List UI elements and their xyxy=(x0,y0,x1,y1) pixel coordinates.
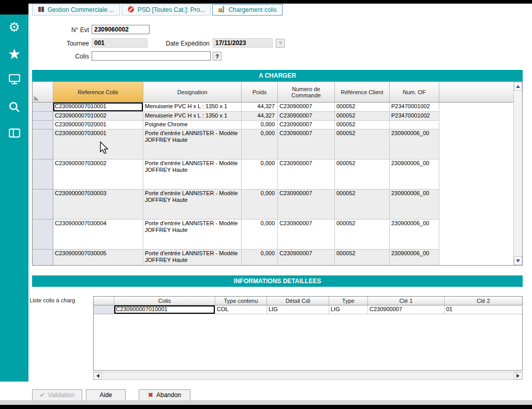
header-detail-cdi[interactable]: Détail Cdi xyxy=(267,297,329,305)
select-all-corner[interactable] xyxy=(33,82,53,103)
nevt-field[interactable]: 2309060002 xyxy=(92,25,150,34)
cell-commande[interactable]: C230900007 xyxy=(278,189,335,220)
cell-reference-colis[interactable]: C230900007030005 xyxy=(53,250,143,265)
header-cle1[interactable]: Clé 1 xyxy=(368,297,445,305)
cell-commande[interactable]: C230900007 xyxy=(278,112,335,121)
cell-commande[interactable]: C230900007 xyxy=(278,103,335,112)
scroll-up-button[interactable] xyxy=(514,82,522,91)
sidebar-item-favorites[interactable]: ★ xyxy=(0,46,28,63)
cell-client[interactable]: 000052 xyxy=(335,103,390,112)
cell-detail-cdi[interactable]: LIG xyxy=(267,305,329,314)
cell-num-of[interactable]: 230900006_00 xyxy=(390,220,439,250)
abandon-button[interactable]: ✖ Abandon xyxy=(139,389,190,401)
sidebar-item-browse[interactable] xyxy=(0,126,28,142)
cell-poids[interactable]: 0,000 xyxy=(242,159,278,189)
cell-reference-colis[interactable]: C230900007010001 xyxy=(53,103,143,112)
scroll-down-button[interactable] xyxy=(514,256,522,265)
cell-reference-colis[interactable]: C230900007030001 xyxy=(53,129,143,159)
header-numero-commande[interactable]: Numero de Commande xyxy=(278,82,335,103)
cell-commande[interactable]: C230900007 xyxy=(278,220,335,250)
date-expedition-field[interactable]: 17/11/2023 xyxy=(213,38,273,48)
cell-client[interactable]: 000052 xyxy=(335,129,390,159)
cell-client[interactable]: 000052 xyxy=(335,121,390,129)
cell-num-of[interactable]: P23470001002 xyxy=(390,103,439,112)
tab-psd[interactable]: PSD [Toutes Cat.]: Pro... xyxy=(122,4,211,16)
cell-reference-colis[interactable]: C230900007020001 xyxy=(53,121,143,129)
details-select-all[interactable] xyxy=(94,297,114,305)
cell-reference-colis[interactable]: C230900007030003 xyxy=(53,189,143,220)
row-selector[interactable] xyxy=(33,250,53,265)
cell-num-of[interactable]: 230900006_00 xyxy=(390,250,439,265)
cell-colis[interactable]: C230900007010001 xyxy=(114,305,215,314)
cell-poids[interactable]: 44,327 xyxy=(242,112,278,121)
cell-type[interactable]: LIG xyxy=(329,305,368,314)
aide-button[interactable]: Aide xyxy=(86,389,126,401)
row-selector[interactable] xyxy=(94,305,114,314)
cell-poids[interactable]: 0,000 xyxy=(242,220,278,250)
cell-type-contenu[interactable]: COL xyxy=(215,305,267,314)
cell-client[interactable]: 000052 xyxy=(335,250,390,265)
row-selector[interactable] xyxy=(33,129,53,159)
cell-num-of[interactable]: 230900006_00 xyxy=(390,189,439,220)
row-selector[interactable] xyxy=(33,103,53,112)
cell-designation[interactable]: Poignée Chrome xyxy=(143,121,242,129)
cell-poids[interactable]: 44,327 xyxy=(242,103,278,112)
date-help-button[interactable]: ? xyxy=(276,39,285,48)
cell-poids[interactable]: 0,000 xyxy=(242,129,278,159)
header-colis[interactable]: Colis xyxy=(114,297,215,305)
cell-poids[interactable]: 0,000 xyxy=(242,189,278,220)
cell-num-of[interactable]: 230900006_00 xyxy=(390,159,439,189)
header-type[interactable]: Type xyxy=(329,297,368,305)
cell-designation[interactable]: Porte d'entrée LANNISTER - Modèle JOFFRE… xyxy=(143,250,242,265)
cell-num-of[interactable]: 230900006_00 xyxy=(390,129,439,159)
cell-num-of[interactable] xyxy=(390,121,439,129)
header-designation[interactable]: Designation xyxy=(143,82,242,103)
sidebar-item-search[interactable] xyxy=(0,100,28,116)
cell-cle1[interactable]: C230900007 xyxy=(368,305,445,314)
sidebar-item-settings[interactable]: ⚙ xyxy=(0,19,28,35)
vertical-scrollbar[interactable] xyxy=(513,82,522,265)
cell-client[interactable]: 000052 xyxy=(335,220,390,250)
cell-commande[interactable]: C230900007 xyxy=(278,129,335,159)
cell-commande[interactable]: C230900007 xyxy=(278,159,335,189)
cell-poids[interactable]: 0,000 xyxy=(242,250,278,265)
cell-designation[interactable]: Porte d'entrée LANNISTER - Modèle JOFFRE… xyxy=(143,220,242,250)
header-num-of[interactable]: Num. OF xyxy=(390,82,439,103)
scroll-right-button[interactable] xyxy=(514,372,522,379)
cell-designation[interactable]: Porte d'entrée LANNISTER - Modèle JOFFRE… xyxy=(143,189,242,220)
header-reference-client[interactable]: Référence Client xyxy=(335,82,390,103)
row-selector[interactable] xyxy=(33,112,53,121)
row-selector[interactable] xyxy=(33,189,53,220)
header-reference-colis[interactable]: Reference Colis xyxy=(53,82,143,103)
cell-client[interactable]: 000052 xyxy=(335,189,390,220)
row-selector[interactable] xyxy=(33,220,53,250)
tab-chargement-colis[interactable]: Chargement colis xyxy=(212,4,282,16)
cell-client[interactable]: 000052 xyxy=(335,159,390,189)
header-poids[interactable]: Poids xyxy=(242,82,278,103)
cell-reference-colis[interactable]: C230900007030002 xyxy=(53,159,143,189)
row-selector[interactable] xyxy=(33,121,53,129)
header-type-contenu[interactable]: Type contenu xyxy=(215,297,267,305)
cell-designation[interactable]: Porte d'entrée LANNISTER - Modèle JOFFRE… xyxy=(143,159,242,189)
header-cle2[interactable]: Clé 2 xyxy=(445,297,522,305)
sidebar-item-monitor[interactable] xyxy=(0,72,28,89)
row-selector[interactable] xyxy=(33,159,53,189)
tournee-field[interactable]: 001 xyxy=(92,38,147,48)
scroll-left-button[interactable] xyxy=(94,372,102,379)
colis-help-button[interactable]: ? xyxy=(213,52,221,61)
cell-designation[interactable]: Menuiserie PVC H x L : 1350 x 1 xyxy=(143,112,242,121)
cell-client[interactable]: 000052 xyxy=(335,112,390,121)
cell-reference-colis[interactable]: C230900007010002 xyxy=(53,112,143,121)
cell-cle2[interactable]: 01 xyxy=(445,305,522,314)
horizontal-scrollbar[interactable] xyxy=(93,372,523,380)
cell-poids[interactable]: 0,000 xyxy=(242,121,278,129)
colis-input[interactable] xyxy=(92,51,211,61)
cell-commande[interactable]: C230900007 xyxy=(278,121,335,129)
cell-commande[interactable]: C230900007 xyxy=(278,250,335,265)
cell-designation[interactable]: Menuiserie PVC H x L : 1350 x 1 xyxy=(143,103,242,112)
cell-designation[interactable]: Porte d'entrée LANNISTER - Modèle JOFFRE… xyxy=(143,129,242,159)
tab-gestion-commerciale[interactable]: Gestion Commerciale ... xyxy=(32,4,120,16)
cell-num-of[interactable]: P23470001002 xyxy=(390,112,439,121)
cell-reference-colis[interactable]: C230900007030004 xyxy=(53,220,143,250)
validation-button[interactable]: ✔ Validation xyxy=(32,389,82,401)
